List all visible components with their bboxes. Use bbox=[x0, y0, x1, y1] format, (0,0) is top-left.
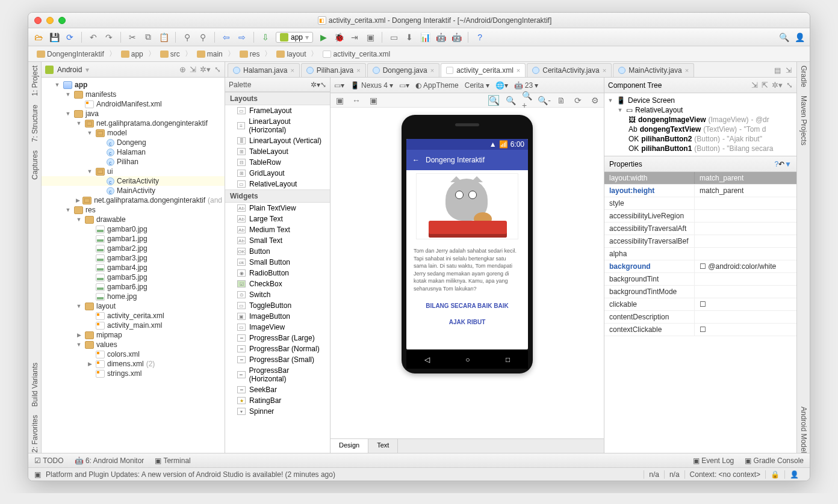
back-icon[interactable]: ⇦ bbox=[221, 32, 232, 43]
crumb-0[interactable]: DongengInteraktif bbox=[33, 49, 108, 60]
insets-icon[interactable]: ▣ bbox=[368, 95, 379, 106]
device-select[interactable]: 📱 Nexus 4▾ bbox=[350, 81, 393, 90]
debug-icon[interactable]: 🐞 bbox=[334, 32, 344, 43]
orientation-icon[interactable]: ▭▾ bbox=[334, 81, 344, 90]
zoom-in-icon[interactable]: 🔍+ bbox=[522, 95, 533, 106]
replace-icon[interactable]: ⚲ bbox=[197, 32, 208, 43]
component-tree[interactable]: ▼📱 Device Screen ▼▭ RelativeLayout 🖼 don… bbox=[604, 93, 796, 156]
crumb-5[interactable]: layout bbox=[273, 49, 309, 60]
tab-4[interactable]: CeritaActivity.java× bbox=[527, 63, 612, 77]
tool-android-model[interactable]: Android Model bbox=[799, 407, 808, 453]
lock-icon[interactable]: 🔒 bbox=[765, 470, 784, 479]
activity-select[interactable]: Cerita▾ bbox=[465, 81, 489, 90]
close-window-button[interactable] bbox=[34, 17, 42, 24]
sdk-icon[interactable]: ⬇ bbox=[404, 32, 415, 43]
properties-table[interactable]: layout:widthmatch_parentlayout:heightmat… bbox=[604, 172, 796, 453]
design-tab[interactable]: Design bbox=[331, 439, 368, 453]
capture-icon[interactable]: 🗎 bbox=[556, 95, 566, 106]
collapse-icon[interactable]: ⇲ bbox=[190, 65, 196, 74]
project-view-select[interactable]: Android bbox=[57, 66, 82, 74]
size-icon[interactable]: ↔ bbox=[351, 95, 362, 106]
zoom-reset-icon[interactable]: 🔍 bbox=[505, 95, 516, 106]
gear-icon[interactable]: ✲▾ bbox=[200, 65, 211, 74]
locale-icon[interactable]: 🌐▾ bbox=[495, 81, 508, 90]
open-icon[interactable]: 🗁 bbox=[33, 32, 44, 43]
settings-icon[interactable]: ⚙ bbox=[589, 95, 600, 106]
android-icon-2[interactable]: 🤖 bbox=[435, 32, 446, 43]
revert-icon[interactable]: ↶ bbox=[778, 160, 784, 168]
attach-icon[interactable]: ⇥ bbox=[349, 32, 360, 43]
minimize-window-button[interactable] bbox=[46, 17, 54, 24]
save-icon[interactable]: 💾 bbox=[49, 32, 60, 43]
target-icon[interactable]: ⊕ bbox=[179, 65, 186, 74]
tool-captures[interactable]: Captures bbox=[31, 150, 39, 180]
tool-terminal[interactable]: ▣ Terminal bbox=[155, 456, 190, 465]
close-icon[interactable]: × bbox=[430, 67, 434, 74]
stop-icon[interactable]: ▣ bbox=[365, 32, 376, 43]
paste-icon[interactable]: 📋 bbox=[158, 32, 169, 43]
run-config-select[interactable]: app ▾ bbox=[276, 32, 313, 43]
text-tab[interactable]: Text bbox=[368, 439, 398, 453]
avd-icon[interactable]: ▭ bbox=[388, 32, 399, 43]
sync-icon[interactable]: ⟳ bbox=[64, 32, 75, 43]
redo-icon[interactable]: ↷ bbox=[104, 32, 114, 43]
find-icon[interactable]: ⚲ bbox=[182, 32, 193, 43]
palette-list[interactable]: Layouts ▭FrameLayout ≡LinearLayout (Hori… bbox=[225, 92, 330, 453]
design-canvas[interactable]: ▲📶6:00 ←Dongeng Interaktif Tom dan Jerry… bbox=[331, 108, 604, 438]
user-icon[interactable]: 👤 bbox=[794, 32, 805, 43]
android-icon-3[interactable]: 🤖 bbox=[451, 32, 462, 43]
tab-menu-icon[interactable]: ⇲ bbox=[786, 66, 792, 75]
help-icon[interactable]: ? bbox=[774, 160, 778, 168]
close-icon[interactable]: × bbox=[290, 67, 294, 74]
tab-2[interactable]: Dongeng.java× bbox=[367, 63, 440, 77]
undo-icon[interactable]: ↶ bbox=[88, 32, 99, 43]
crumb-1[interactable]: app bbox=[117, 49, 147, 60]
tab-1[interactable]: Pilihan.java× bbox=[301, 63, 366, 77]
hide-icon[interactable]: ⤡ bbox=[320, 81, 326, 89]
tool-maven[interactable]: Maven Projects bbox=[799, 96, 808, 146]
filter-icon[interactable]: ▼ bbox=[784, 160, 792, 168]
zoom-window-button[interactable] bbox=[58, 17, 66, 24]
crumb-6[interactable]: activity_cerita.xml bbox=[319, 49, 394, 60]
crumb-4[interactable]: res bbox=[236, 49, 264, 60]
crumb-3[interactable]: main bbox=[193, 49, 226, 60]
crumb-2[interactable]: src bbox=[157, 49, 184, 60]
hector-icon[interactable]: 👤 bbox=[784, 470, 804, 479]
tool-favorites[interactable]: 2: Favorites bbox=[31, 415, 39, 453]
tool-gradle[interactable]: Gradle bbox=[799, 66, 808, 87]
help-icon[interactable]: ? bbox=[474, 32, 485, 43]
tab-5[interactable]: MainActivity.java× bbox=[613, 63, 694, 77]
gear-icon[interactable]: ✲▾ bbox=[772, 81, 783, 90]
api-select[interactable]: 🤖23▾ bbox=[514, 81, 538, 90]
tool-event-log[interactable]: ▣ Event Log bbox=[693, 456, 734, 465]
theme-select[interactable]: ◐AppTheme bbox=[415, 81, 459, 90]
tool-structure[interactable]: 7: Structure bbox=[31, 105, 39, 142]
run-icon[interactable]: ▶ bbox=[318, 32, 329, 43]
refresh-icon[interactable]: ⟳ bbox=[573, 95, 583, 106]
search-icon[interactable]: 🔍 bbox=[778, 32, 789, 43]
close-icon[interactable]: × bbox=[517, 67, 520, 74]
tool-android-monitor[interactable]: 🤖 6: Android Monitor bbox=[75, 456, 144, 465]
tool-gradle-console[interactable]: ▣ Gradle Console bbox=[745, 456, 804, 465]
expand-icon[interactable]: ⇲ bbox=[751, 81, 758, 90]
hide-icon[interactable]: ⤡ bbox=[214, 65, 221, 74]
monitor-icon[interactable]: 📊 bbox=[420, 32, 430, 43]
close-icon[interactable]: × bbox=[356, 67, 360, 74]
tab-0[interactable]: Halaman.java× bbox=[228, 63, 300, 77]
tool-build-variants[interactable]: Build Variants bbox=[31, 363, 39, 407]
hide-icon[interactable]: ⤡ bbox=[786, 81, 793, 90]
zoom-out-icon[interactable]: 🔍- bbox=[539, 95, 550, 106]
viewport-icon[interactable]: ▣ bbox=[334, 95, 345, 106]
cut-icon[interactable]: ✂ bbox=[127, 32, 138, 43]
forward-icon[interactable]: ⇨ bbox=[237, 32, 247, 43]
config-icon[interactable]: ▭▾ bbox=[399, 81, 409, 90]
close-icon[interactable]: × bbox=[603, 67, 606, 74]
tab-list-icon[interactable]: ▤ bbox=[774, 66, 781, 75]
zoom-fit-icon[interactable]: 🔍 bbox=[488, 95, 499, 106]
tool-project[interactable]: 1: Project bbox=[31, 66, 39, 96]
copy-icon[interactable]: ⧉ bbox=[143, 32, 154, 43]
gear-icon[interactable]: ✲▾ bbox=[311, 81, 320, 89]
project-tree[interactable]: ▼app ▼manifests AndroidManifest.xml ▼jav… bbox=[42, 78, 225, 453]
close-icon[interactable]: × bbox=[685, 67, 689, 74]
collapse-icon[interactable]: ⇱ bbox=[762, 81, 768, 90]
